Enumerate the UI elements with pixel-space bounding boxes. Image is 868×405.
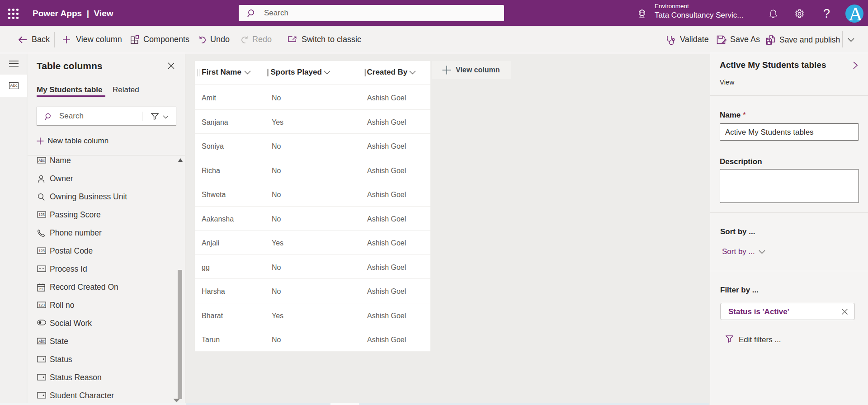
svg-text:123: 123 bbox=[38, 212, 45, 217]
svg-text:123: 123 bbox=[38, 303, 45, 307]
svg-text:123: 123 bbox=[38, 249, 45, 253]
svg-text:21: 21 bbox=[39, 287, 43, 291]
svg-text:Abc: Abc bbox=[38, 339, 45, 343]
svg-text:Abc: Abc bbox=[38, 158, 45, 162]
